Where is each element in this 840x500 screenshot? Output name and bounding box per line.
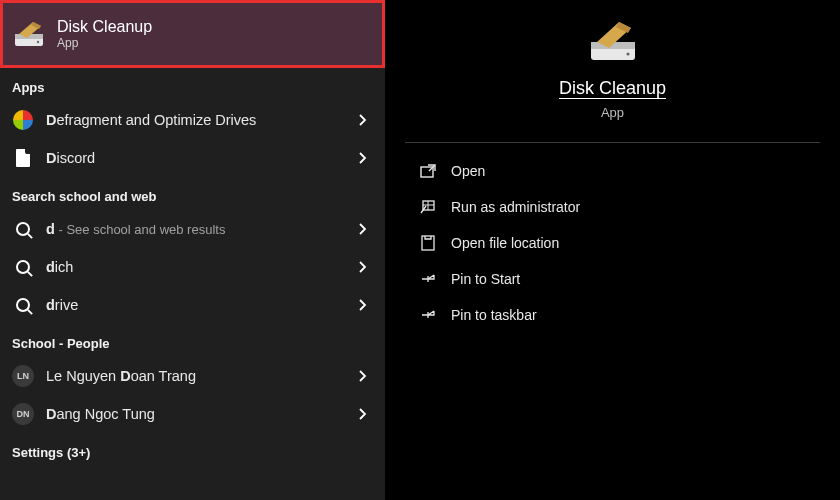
action-label: Pin to Start — [451, 271, 520, 287]
svg-rect-8 — [422, 236, 434, 250]
disk-cleanup-icon — [13, 20, 45, 48]
best-match-title: Disk Cleanup — [57, 18, 152, 36]
folder-icon — [419, 234, 437, 252]
divider — [405, 142, 820, 143]
svg-point-2 — [37, 41, 39, 43]
chevron-right-icon — [353, 148, 373, 168]
action-open[interactable]: Open — [419, 153, 806, 189]
person-result-label: Dang Ngoc Tung — [46, 406, 341, 422]
app-result-discord[interactable]: Discord — [0, 139, 385, 177]
file-icon — [12, 147, 34, 169]
action-run-admin[interactable]: Run as administrator — [419, 189, 806, 225]
app-result-label: Discord — [46, 150, 341, 166]
action-label: Pin to taskbar — [451, 307, 537, 323]
action-label: Open file location — [451, 235, 559, 251]
web-result-dich[interactable]: dich — [0, 248, 385, 286]
search-icon — [12, 218, 34, 240]
person-result-label: Le Nguyen Doan Trang — [46, 368, 341, 384]
section-settings-heading[interactable]: Settings (3+) — [0, 433, 385, 466]
details-panel: Disk Cleanup App Open Run as administrat… — [385, 0, 840, 500]
action-pin-taskbar[interactable]: Pin to taskbar — [419, 297, 806, 333]
section-web-heading: Search school and web — [0, 177, 385, 210]
app-result-label: Defragment and Optimize Drives — [46, 112, 341, 128]
search-icon — [12, 256, 34, 278]
open-icon — [419, 162, 437, 180]
details-header: Disk Cleanup App — [385, 18, 840, 120]
web-result-drive[interactable]: drive — [0, 286, 385, 324]
svg-point-5 — [626, 52, 629, 55]
chevron-right-icon — [353, 404, 373, 424]
section-apps-heading: Apps — [0, 68, 385, 101]
chevron-right-icon — [353, 257, 373, 277]
app-result-defragment[interactable]: Defragment and Optimize Drives — [0, 101, 385, 139]
chevron-right-icon — [353, 295, 373, 315]
action-label: Run as administrator — [451, 199, 580, 215]
web-result-label: d - See school and web results — [46, 221, 341, 237]
avatar: DN — [12, 403, 34, 425]
disk-cleanup-icon — [587, 18, 639, 64]
person-result-2[interactable]: DN Dang Ngoc Tung — [0, 395, 385, 433]
chevron-right-icon — [353, 110, 373, 130]
details-subtitle: App — [385, 105, 840, 120]
search-results-panel: Disk Cleanup App Apps Defragment and Opt… — [0, 0, 385, 500]
chevron-right-icon — [353, 366, 373, 386]
actions-list: Open Run as administrator Open file loca… — [385, 153, 840, 333]
web-result-d[interactable]: d - See school and web results — [0, 210, 385, 248]
defragment-icon — [12, 109, 34, 131]
section-people-heading: School - People — [0, 324, 385, 357]
details-title[interactable]: Disk Cleanup — [385, 78, 840, 99]
person-result-1[interactable]: LN Le Nguyen Doan Trang — [0, 357, 385, 395]
search-icon — [12, 294, 34, 316]
best-match-result[interactable]: Disk Cleanup App — [0, 0, 385, 68]
web-result-label: drive — [46, 297, 341, 313]
pin-icon — [419, 306, 437, 324]
best-match-text: Disk Cleanup App — [57, 18, 152, 50]
avatar: LN — [12, 365, 34, 387]
chevron-right-icon — [353, 219, 373, 239]
action-open-location[interactable]: Open file location — [419, 225, 806, 261]
web-result-label: dich — [46, 259, 341, 275]
action-label: Open — [451, 163, 485, 179]
pin-icon — [419, 270, 437, 288]
best-match-subtitle: App — [57, 36, 152, 50]
shield-icon — [419, 198, 437, 216]
action-pin-start[interactable]: Pin to Start — [419, 261, 806, 297]
